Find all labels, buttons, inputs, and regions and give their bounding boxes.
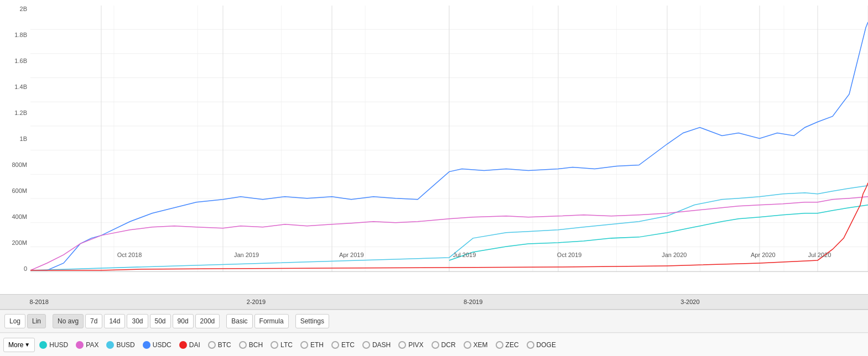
legend-item-busd[interactable]: BUSD — [103, 340, 138, 350]
legend-item-pivx[interactable]: PIVX — [395, 340, 427, 350]
7d-button[interactable]: 7d — [85, 314, 102, 328]
dash-label: DASH — [372, 341, 391, 349]
pivx-circle — [398, 341, 406, 349]
more-arrow-icon: ▼ — [24, 342, 30, 348]
more-button[interactable]: More ▼ — [3, 338, 35, 352]
legend-item-doge[interactable]: DOGE — [523, 340, 559, 350]
legend-item-eth[interactable]: ETH — [297, 340, 327, 350]
basic-button[interactable]: Basic — [226, 314, 252, 328]
ltc-label: LTC — [280, 341, 293, 349]
legend-item-zec[interactable]: ZEC — [492, 340, 522, 350]
chart-area: 0 200M 400M 600M 800M 1B 1.2B 1.4B 1.6B … — [0, 0, 868, 294]
legend-item-ltc[interactable]: LTC — [267, 340, 296, 350]
formula-button[interactable]: Formula — [254, 314, 289, 328]
busd-label: BUSD — [116, 341, 134, 349]
eth-label: ETH — [310, 341, 324, 349]
x-label-apr2020: Apr 2020 — [751, 252, 776, 258]
range-label-22019: 2-2019 — [247, 299, 266, 305]
x-label-oct2019: Oct 2019 — [557, 252, 582, 258]
etc-circle — [331, 341, 339, 349]
pivx-label: PIVX — [408, 341, 423, 349]
y-label-200m: 200M — [12, 239, 27, 246]
14d-button[interactable]: 14d — [104, 314, 125, 328]
range-label-82019: 8-2019 — [464, 299, 482, 305]
bch-label: BCH — [249, 341, 263, 349]
btc-circle — [208, 341, 216, 349]
range-label-32020: 3-2020 — [680, 299, 699, 305]
btc-label: BTC — [218, 341, 231, 349]
dcr-circle — [432, 341, 439, 349]
husd-label: HUSD — [49, 341, 68, 349]
y-axis: 0 200M 400M 600M 800M 1B 1.2B 1.4B 1.6B … — [0, 6, 30, 272]
xem-circle — [464, 341, 471, 349]
legend-item-bch[interactable]: BCH — [236, 340, 266, 350]
x-label-jul2020: Jul 2020 — [808, 252, 831, 258]
30d-button[interactable]: 30d — [127, 314, 148, 328]
settings-button[interactable]: Settings — [295, 314, 329, 328]
zec-circle — [496, 341, 503, 349]
legend-item-pax[interactable]: PAX — [72, 340, 102, 350]
x-axis: Oct 2018 Jan 2019 Apr 2019 Jul 2019 Oct … — [61, 249, 868, 271]
pax-circle — [76, 341, 84, 349]
more-label: More — [8, 341, 23, 349]
y-label-0: 0 — [24, 265, 27, 272]
200d-button[interactable]: 200d — [195, 314, 220, 328]
y-label-400m: 400M — [12, 213, 27, 220]
y-label-18b: 1.8B — [14, 32, 27, 38]
chart-svg — [30, 6, 868, 271]
no-avg-button[interactable]: No avg — [53, 314, 84, 328]
x-label-jan2020: Jan 2020 — [662, 252, 687, 258]
dai-label: DAI — [189, 341, 200, 349]
usdc-circle — [143, 341, 150, 349]
usdc-label: USDC — [153, 341, 171, 349]
50d-button[interactable]: 50d — [150, 314, 171, 328]
eth-circle — [300, 341, 308, 349]
dcr-label: DCR — [441, 341, 456, 349]
legend-item-usdc[interactable]: USDC — [139, 340, 175, 350]
dai-circle — [179, 341, 187, 349]
legend-item-etc[interactable]: ETC — [328, 340, 358, 350]
x-label-apr2019: Apr 2019 — [339, 252, 364, 258]
y-label-1b: 1B — [20, 135, 27, 142]
y-label-800m: 800M — [12, 161, 27, 168]
doge-label: DOGE — [537, 341, 556, 349]
y-label-16b: 1.6B — [14, 57, 27, 64]
dash-circle — [362, 341, 370, 349]
bch-circle — [239, 341, 247, 349]
legend-item-dai[interactable]: DAI — [176, 340, 204, 350]
legend-item-dash[interactable]: DASH — [359, 340, 394, 350]
legend-item-dcr[interactable]: DCR — [428, 340, 459, 350]
legend-item-husd[interactable]: HUSD — [36, 340, 71, 350]
y-label-600m: 600M — [12, 187, 27, 194]
zec-label: ZEC — [506, 341, 519, 349]
chart-plot: Oct 2018 Jan 2019 Apr 2019 Jul 2019 Oct … — [30, 6, 868, 272]
controls-bar: Log Lin No avg 7d 14d 30d 50d 90d 200d B… — [0, 310, 868, 333]
etc-label: ETC — [341, 341, 355, 349]
log-button[interactable]: Log — [4, 314, 25, 328]
ltc-circle — [271, 341, 278, 349]
y-label-2b: 2B — [20, 6, 27, 12]
doge-circle — [527, 341, 534, 349]
lin-button[interactable]: Lin — [27, 314, 46, 328]
husd-circle — [39, 341, 47, 349]
legend-bar: More ▼ HUSD PAX BUSD USDC DAI — [0, 333, 868, 356]
chart-container: 0 200M 400M 600M 800M 1B 1.2B 1.4B 1.6B … — [0, 0, 868, 356]
legend-item-xem[interactable]: XEM — [460, 340, 491, 350]
busd-circle — [106, 341, 114, 349]
legend-item-btc[interactable]: BTC — [205, 340, 235, 350]
range-bar: 8-2018 2-2019 8-2019 3-2020 9-2020 — [0, 294, 868, 310]
range-label-82018: 8-2018 — [30, 299, 49, 305]
pax-label: PAX — [86, 341, 98, 349]
x-label-jan2019: Jan 2019 — [234, 252, 259, 258]
x-label-oct2018: Oct 2018 — [117, 252, 142, 258]
90d-button[interactable]: 90d — [173, 314, 194, 328]
x-label-jul2019: Jul 2019 — [453, 252, 476, 258]
y-label-12b: 1.2B — [14, 109, 27, 116]
xem-label: XEM — [474, 341, 488, 349]
y-label-14b: 1.4B — [14, 83, 27, 90]
